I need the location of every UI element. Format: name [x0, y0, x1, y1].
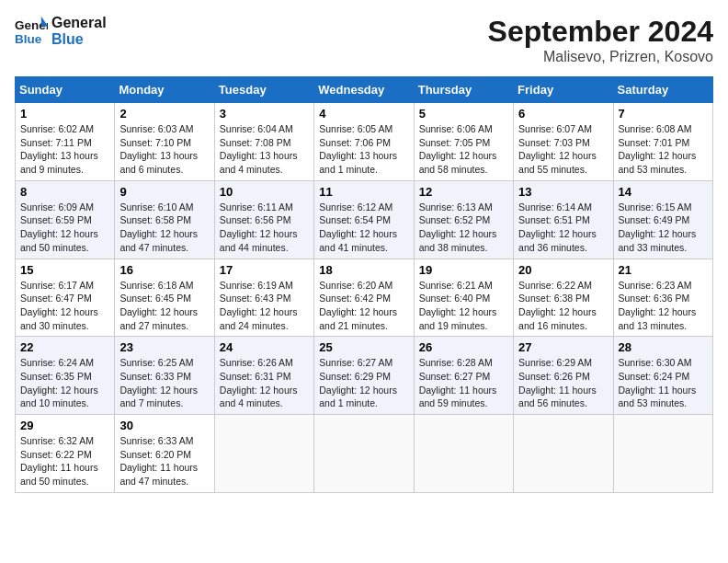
- day-number: 1: [20, 107, 109, 121]
- calendar-cell: 15Sunrise: 6:17 AM Sunset: 6:47 PM Dayli…: [16, 259, 115, 337]
- day-info: Sunrise: 6:28 AM Sunset: 6:27 PM Dayligh…: [419, 356, 508, 410]
- day-info: Sunrise: 6:29 AM Sunset: 6:26 PM Dayligh…: [518, 356, 608, 410]
- calendar-cell: 27Sunrise: 6:29 AM Sunset: 6:26 PM Dayli…: [514, 337, 613, 415]
- day-info: Sunrise: 6:10 AM Sunset: 6:58 PM Dayligh…: [119, 201, 209, 255]
- day-number: 13: [518, 185, 608, 199]
- day-info: Sunrise: 6:33 AM Sunset: 6:20 PM Dayligh…: [119, 434, 209, 488]
- day-number: 18: [319, 263, 408, 277]
- calendar-cell: 25Sunrise: 6:27 AM Sunset: 6:29 PM Dayli…: [314, 337, 414, 415]
- calendar-cell: 22Sunrise: 6:24 AM Sunset: 6:35 PM Dayli…: [16, 337, 115, 415]
- day-info: Sunrise: 6:11 AM Sunset: 6:56 PM Dayligh…: [220, 201, 309, 255]
- day-info: Sunrise: 6:30 AM Sunset: 6:24 PM Dayligh…: [619, 356, 708, 410]
- day-info: Sunrise: 6:24 AM Sunset: 6:35 PM Dayligh…: [20, 356, 109, 410]
- day-info: Sunrise: 6:02 AM Sunset: 7:11 PM Dayligh…: [20, 122, 109, 177]
- calendar-cell: 20Sunrise: 6:22 AM Sunset: 6:38 PM Dayli…: [514, 259, 613, 337]
- weekday-header-friday: Friday: [514, 77, 613, 103]
- calendar-cell: 7Sunrise: 6:08 AM Sunset: 7:01 PM Daylig…: [613, 103, 712, 181]
- calendar-cell: 19Sunrise: 6:21 AM Sunset: 6:40 PM Dayli…: [414, 259, 513, 337]
- calendar-cell: 2Sunrise: 6:03 AM Sunset: 7:10 PM Daylig…: [115, 103, 214, 181]
- day-info: Sunrise: 6:07 AM Sunset: 7:03 PM Dayligh…: [518, 122, 608, 177]
- day-number: 3: [220, 107, 309, 121]
- day-number: 22: [20, 340, 109, 354]
- calendar-week-row: 29Sunrise: 6:32 AM Sunset: 6:22 PM Dayli…: [16, 415, 713, 493]
- calendar-cell: 14Sunrise: 6:15 AM Sunset: 6:49 PM Dayli…: [613, 180, 712, 259]
- day-number: 14: [619, 185, 708, 199]
- day-number: 17: [220, 263, 309, 277]
- day-number: 4: [319, 107, 408, 121]
- calendar-week-row: 22Sunrise: 6:24 AM Sunset: 6:35 PM Dayli…: [16, 337, 713, 415]
- day-info: Sunrise: 6:06 AM Sunset: 7:05 PM Dayligh…: [419, 122, 508, 177]
- day-number: 26: [419, 340, 508, 354]
- day-info: Sunrise: 6:22 AM Sunset: 6:38 PM Dayligh…: [518, 279, 608, 333]
- calendar-cell: 8Sunrise: 6:09 AM Sunset: 6:59 PM Daylig…: [16, 180, 115, 259]
- day-info: Sunrise: 6:03 AM Sunset: 7:10 PM Dayligh…: [119, 122, 209, 177]
- calendar-cell: 10Sunrise: 6:11 AM Sunset: 6:56 PM Dayli…: [214, 180, 313, 259]
- page-header: General Blue General Blue September 2024…: [15, 15, 713, 65]
- day-info: Sunrise: 6:21 AM Sunset: 6:40 PM Dayligh…: [419, 279, 508, 333]
- weekday-header-wednesday: Wednesday: [314, 77, 414, 103]
- calendar-cell: 23Sunrise: 6:25 AM Sunset: 6:33 PM Dayli…: [115, 337, 214, 415]
- day-number: 2: [119, 107, 209, 121]
- day-number: 10: [220, 185, 309, 199]
- day-info: Sunrise: 6:15 AM Sunset: 6:49 PM Dayligh…: [619, 201, 708, 255]
- calendar-cell: 24Sunrise: 6:26 AM Sunset: 6:31 PM Dayli…: [214, 337, 313, 415]
- calendar-cell: 29Sunrise: 6:32 AM Sunset: 6:22 PM Dayli…: [16, 415, 115, 493]
- day-number: 23: [119, 340, 209, 354]
- day-info: Sunrise: 6:14 AM Sunset: 6:51 PM Dayligh…: [518, 201, 608, 255]
- calendar-cell: 5Sunrise: 6:06 AM Sunset: 7:05 PM Daylig…: [414, 103, 513, 181]
- weekday-header-saturday: Saturday: [613, 77, 712, 103]
- day-number: 29: [20, 419, 109, 432]
- day-number: 9: [119, 185, 209, 199]
- calendar-cell: [613, 415, 712, 493]
- calendar-cell: 21Sunrise: 6:23 AM Sunset: 6:36 PM Dayli…: [613, 259, 712, 337]
- calendar-cell: 11Sunrise: 6:12 AM Sunset: 6:54 PM Dayli…: [314, 180, 414, 259]
- logo-blue: Blue: [51, 31, 107, 48]
- day-info: Sunrise: 6:25 AM Sunset: 6:33 PM Dayligh…: [119, 356, 209, 410]
- day-info: Sunrise: 6:09 AM Sunset: 6:59 PM Dayligh…: [20, 201, 109, 255]
- day-number: 25: [319, 340, 408, 354]
- day-number: 5: [419, 107, 508, 121]
- calendar-week-row: 1Sunrise: 6:02 AM Sunset: 7:11 PM Daylig…: [16, 103, 713, 181]
- weekday-header-monday: Monday: [115, 77, 214, 103]
- day-info: Sunrise: 6:08 AM Sunset: 7:01 PM Dayligh…: [619, 122, 708, 177]
- calendar-week-row: 8Sunrise: 6:09 AM Sunset: 6:59 PM Daylig…: [16, 180, 713, 259]
- logo: General Blue General Blue: [15, 15, 107, 48]
- day-info: Sunrise: 6:23 AM Sunset: 6:36 PM Dayligh…: [619, 279, 708, 333]
- calendar-cell: 6Sunrise: 6:07 AM Sunset: 7:03 PM Daylig…: [514, 103, 613, 181]
- svg-text:Blue: Blue: [15, 32, 42, 46]
- day-number: 30: [119, 419, 209, 432]
- title-block: September 2024 Malisevo, Prizren, Kosovo: [488, 15, 713, 65]
- calendar-week-row: 15Sunrise: 6:17 AM Sunset: 6:47 PM Dayli…: [16, 259, 713, 337]
- weekday-header-sunday: Sunday: [16, 77, 115, 103]
- day-info: Sunrise: 6:27 AM Sunset: 6:29 PM Dayligh…: [319, 356, 408, 410]
- calendar-cell: 16Sunrise: 6:18 AM Sunset: 6:45 PM Dayli…: [115, 259, 214, 337]
- day-number: 20: [518, 263, 608, 277]
- calendar-cell: 9Sunrise: 6:10 AM Sunset: 6:58 PM Daylig…: [115, 180, 214, 259]
- day-info: Sunrise: 6:13 AM Sunset: 6:52 PM Dayligh…: [419, 201, 508, 255]
- calendar-cell: 13Sunrise: 6:14 AM Sunset: 6:51 PM Dayli…: [514, 180, 613, 259]
- logo-general: General: [51, 15, 107, 31]
- day-info: Sunrise: 6:12 AM Sunset: 6:54 PM Dayligh…: [319, 201, 408, 255]
- calendar-cell: 3Sunrise: 6:04 AM Sunset: 7:08 PM Daylig…: [214, 103, 313, 181]
- day-info: Sunrise: 6:05 AM Sunset: 7:06 PM Dayligh…: [319, 122, 408, 177]
- day-number: 11: [319, 185, 408, 199]
- day-number: 21: [619, 263, 708, 277]
- calendar-cell: 26Sunrise: 6:28 AM Sunset: 6:27 PM Dayli…: [414, 337, 513, 415]
- day-number: 8: [20, 185, 109, 199]
- calendar-cell: 4Sunrise: 6:05 AM Sunset: 7:06 PM Daylig…: [314, 103, 414, 181]
- location-subtitle: Malisevo, Prizren, Kosovo: [488, 49, 713, 65]
- calendar-cell: 12Sunrise: 6:13 AM Sunset: 6:52 PM Dayli…: [414, 180, 513, 259]
- day-info: Sunrise: 6:18 AM Sunset: 6:45 PM Dayligh…: [119, 279, 209, 333]
- weekday-header-thursday: Thursday: [414, 77, 513, 103]
- day-info: Sunrise: 6:04 AM Sunset: 7:08 PM Dayligh…: [220, 122, 309, 177]
- calendar-cell: 30Sunrise: 6:33 AM Sunset: 6:20 PM Dayli…: [115, 415, 214, 493]
- calendar-cell: [414, 415, 513, 493]
- weekday-header-tuesday: Tuesday: [214, 77, 313, 103]
- day-number: 12: [419, 185, 508, 199]
- calendar-cell: 28Sunrise: 6:30 AM Sunset: 6:24 PM Dayli…: [613, 337, 712, 415]
- day-info: Sunrise: 6:17 AM Sunset: 6:47 PM Dayligh…: [20, 279, 109, 333]
- day-number: 19: [419, 263, 508, 277]
- calendar-cell: [314, 415, 414, 493]
- day-info: Sunrise: 6:20 AM Sunset: 6:42 PM Dayligh…: [319, 279, 408, 333]
- month-year-title: September 2024: [488, 15, 713, 49]
